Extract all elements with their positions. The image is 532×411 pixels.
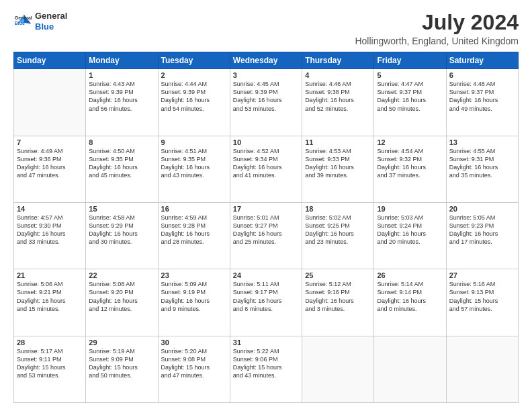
calendar-week-2: 7Sunrise: 4:49 AM Sunset: 9:36 PM Daylig… xyxy=(14,136,519,202)
header: General Blue General Blue July 2024 Holl… xyxy=(13,11,519,46)
col-wednesday: Wednesday xyxy=(230,52,302,69)
calendar-cell: 22Sunrise: 5:08 AM Sunset: 9:20 PM Dayli… xyxy=(86,269,158,336)
calendar-cell: 12Sunrise: 4:54 AM Sunset: 9:32 PM Dayli… xyxy=(374,136,446,202)
calendar-table: Sunday Monday Tuesday Wednesday Thursday… xyxy=(13,52,519,403)
day-number: 10 xyxy=(233,138,299,146)
day-number: 31 xyxy=(233,338,299,347)
calendar-cell: 30Sunrise: 5:20 AM Sunset: 9:08 PM Dayli… xyxy=(158,336,230,402)
calendar-header-row: Sunday Monday Tuesday Wednesday Thursday… xyxy=(14,52,519,69)
calendar-cell: 31Sunrise: 5:22 AM Sunset: 9:06 PM Dayli… xyxy=(230,336,302,402)
calendar-cell xyxy=(302,336,374,402)
day-number: 8 xyxy=(89,138,154,146)
calendar-cell: 16Sunrise: 4:59 AM Sunset: 9:28 PM Dayli… xyxy=(158,202,230,269)
day-number: 1 xyxy=(89,71,154,79)
day-number: 22 xyxy=(89,271,154,279)
calendar-cell: 5Sunrise: 4:47 AM Sunset: 9:37 PM Daylig… xyxy=(374,69,446,136)
day-number: 27 xyxy=(449,271,515,279)
svg-text:General: General xyxy=(15,15,32,20)
day-info: Sunrise: 5:01 AM Sunset: 9:27 PM Dayligh… xyxy=(233,214,299,246)
day-number: 29 xyxy=(89,338,154,347)
calendar-cell: 1Sunrise: 4:43 AM Sunset: 9:39 PM Daylig… xyxy=(86,69,158,136)
calendar-cell: 29Sunrise: 5:19 AM Sunset: 9:09 PM Dayli… xyxy=(86,336,158,402)
calendar-cell: 13Sunrise: 4:55 AM Sunset: 9:31 PM Dayli… xyxy=(446,136,518,202)
day-info: Sunrise: 4:55 AM Sunset: 9:31 PM Dayligh… xyxy=(449,147,515,180)
day-info: Sunrise: 5:19 AM Sunset: 9:09 PM Dayligh… xyxy=(89,347,154,380)
day-number: 19 xyxy=(377,205,443,213)
day-number: 12 xyxy=(377,138,443,146)
calendar-cell: 6Sunrise: 4:48 AM Sunset: 9:37 PM Daylig… xyxy=(446,69,518,136)
day-info: Sunrise: 5:22 AM Sunset: 9:06 PM Dayligh… xyxy=(233,347,299,380)
day-number: 24 xyxy=(233,271,299,279)
calendar-cell: 3Sunrise: 4:45 AM Sunset: 9:39 PM Daylig… xyxy=(230,69,302,136)
col-monday: Monday xyxy=(86,52,158,69)
day-number: 2 xyxy=(161,71,227,79)
calendar-week-5: 28Sunrise: 5:17 AM Sunset: 9:11 PM Dayli… xyxy=(14,336,519,402)
calendar-cell: 18Sunrise: 5:02 AM Sunset: 9:25 PM Dayli… xyxy=(302,202,374,269)
logo: General Blue General Blue xyxy=(13,11,67,32)
day-info: Sunrise: 5:11 AM Sunset: 9:17 PM Dayligh… xyxy=(233,280,299,313)
day-info: Sunrise: 4:51 AM Sunset: 9:35 PM Dayligh… xyxy=(161,147,227,180)
day-number: 17 xyxy=(233,205,299,213)
calendar-cell: 28Sunrise: 5:17 AM Sunset: 9:11 PM Dayli… xyxy=(14,336,86,402)
col-sunday: Sunday xyxy=(14,52,86,69)
day-info: Sunrise: 4:46 AM Sunset: 9:38 PM Dayligh… xyxy=(305,80,371,113)
calendar-week-4: 21Sunrise: 5:06 AM Sunset: 9:21 PM Dayli… xyxy=(14,269,519,336)
day-number: 30 xyxy=(161,338,227,347)
calendar-week-3: 14Sunrise: 4:57 AM Sunset: 9:30 PM Dayli… xyxy=(14,202,519,269)
day-info: Sunrise: 5:06 AM Sunset: 9:21 PM Dayligh… xyxy=(17,280,83,313)
day-info: Sunrise: 4:59 AM Sunset: 9:28 PM Dayligh… xyxy=(161,214,227,246)
day-info: Sunrise: 5:20 AM Sunset: 9:08 PM Dayligh… xyxy=(161,347,227,380)
day-info: Sunrise: 4:54 AM Sunset: 9:32 PM Dayligh… xyxy=(377,147,443,180)
col-tuesday: Tuesday xyxy=(158,52,230,69)
calendar-cell: 4Sunrise: 4:46 AM Sunset: 9:38 PM Daylig… xyxy=(302,69,374,136)
day-number: 23 xyxy=(161,271,227,279)
calendar-cell: 17Sunrise: 5:01 AM Sunset: 9:27 PM Dayli… xyxy=(230,202,302,269)
calendar-cell: 8Sunrise: 4:50 AM Sunset: 9:35 PM Daylig… xyxy=(86,136,158,202)
col-saturday: Saturday xyxy=(446,52,518,69)
day-number: 9 xyxy=(161,138,227,146)
col-friday: Friday xyxy=(374,52,446,69)
calendar-cell: 7Sunrise: 4:49 AM Sunset: 9:36 PM Daylig… xyxy=(14,136,86,202)
calendar-cell xyxy=(446,336,518,402)
calendar-cell: 14Sunrise: 4:57 AM Sunset: 9:30 PM Dayli… xyxy=(14,202,86,269)
calendar-cell: 23Sunrise: 5:09 AM Sunset: 9:19 PM Dayli… xyxy=(158,269,230,336)
day-number: 15 xyxy=(89,205,154,213)
day-info: Sunrise: 4:45 AM Sunset: 9:39 PM Dayligh… xyxy=(233,80,299,113)
calendar-cell: 15Sunrise: 4:58 AM Sunset: 9:29 PM Dayli… xyxy=(86,202,158,269)
calendar-cell: 20Sunrise: 5:05 AM Sunset: 9:23 PM Dayli… xyxy=(446,202,518,269)
day-number: 6 xyxy=(449,71,515,79)
calendar-cell: 10Sunrise: 4:52 AM Sunset: 9:34 PM Dayli… xyxy=(230,136,302,202)
day-info: Sunrise: 5:12 AM Sunset: 9:16 PM Dayligh… xyxy=(305,280,371,313)
day-number: 11 xyxy=(305,138,371,146)
calendar-cell: 27Sunrise: 5:16 AM Sunset: 9:13 PM Dayli… xyxy=(446,269,518,336)
day-info: Sunrise: 4:47 AM Sunset: 9:37 PM Dayligh… xyxy=(377,80,443,113)
day-number: 13 xyxy=(449,138,515,146)
day-info: Sunrise: 5:17 AM Sunset: 9:11 PM Dayligh… xyxy=(17,347,83,380)
logo-text: General Blue xyxy=(35,11,67,32)
day-info: Sunrise: 4:57 AM Sunset: 9:30 PM Dayligh… xyxy=(17,214,83,246)
day-number: 14 xyxy=(17,205,83,213)
day-number: 18 xyxy=(305,205,371,213)
month-title: July 2024 xyxy=(355,11,519,34)
day-number: 5 xyxy=(377,71,443,79)
calendar-cell: 26Sunrise: 5:14 AM Sunset: 9:14 PM Dayli… xyxy=(374,269,446,336)
day-info: Sunrise: 5:02 AM Sunset: 9:25 PM Dayligh… xyxy=(305,214,371,246)
day-info: Sunrise: 4:48 AM Sunset: 9:37 PM Dayligh… xyxy=(449,80,515,113)
day-info: Sunrise: 4:52 AM Sunset: 9:34 PM Dayligh… xyxy=(233,147,299,180)
day-info: Sunrise: 4:50 AM Sunset: 9:35 PM Dayligh… xyxy=(89,147,154,180)
calendar-cell xyxy=(14,69,86,136)
day-info: Sunrise: 5:16 AM Sunset: 9:13 PM Dayligh… xyxy=(449,280,515,313)
calendar-cell: 21Sunrise: 5:06 AM Sunset: 9:21 PM Dayli… xyxy=(14,269,86,336)
location: Hollingworth, England, United Kingdom xyxy=(355,36,519,46)
day-info: Sunrise: 5:14 AM Sunset: 9:14 PM Dayligh… xyxy=(377,280,443,313)
svg-text:Blue: Blue xyxy=(15,21,25,26)
day-number: 4 xyxy=(305,71,371,79)
calendar-cell: 11Sunrise: 4:53 AM Sunset: 9:33 PM Dayli… xyxy=(302,136,374,202)
day-number: 28 xyxy=(17,338,83,347)
day-info: Sunrise: 4:43 AM Sunset: 9:39 PM Dayligh… xyxy=(89,80,154,113)
day-number: 20 xyxy=(449,205,515,213)
day-number: 25 xyxy=(305,271,371,279)
calendar-cell: 24Sunrise: 5:11 AM Sunset: 9:17 PM Dayli… xyxy=(230,269,302,336)
day-info: Sunrise: 5:05 AM Sunset: 9:23 PM Dayligh… xyxy=(449,214,515,246)
day-info: Sunrise: 4:58 AM Sunset: 9:29 PM Dayligh… xyxy=(89,214,154,246)
